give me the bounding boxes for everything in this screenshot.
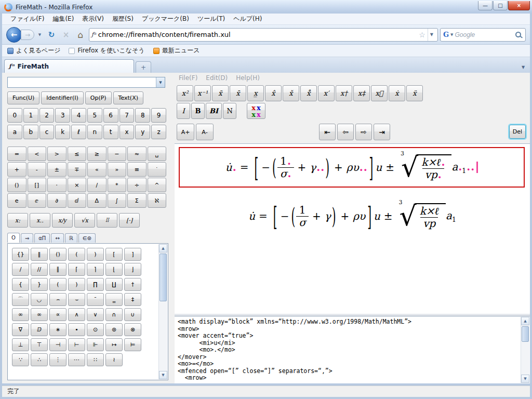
operator-button[interactable]: ÷ <box>127 178 147 192</box>
structure-button[interactable]: x‥ <box>30 213 50 228</box>
palette-symbol-button[interactable]: ( <box>68 248 85 261</box>
letter-button[interactable]: x <box>119 125 135 139</box>
palette-symbol-button[interactable]: ∗ <box>49 323 66 336</box>
palette-symbol-button[interactable]: ‡ <box>124 293 141 306</box>
palette-symbol-button[interactable]: / <box>12 263 29 276</box>
palette-symbol-button[interactable]: {} <box>12 248 29 261</box>
operator-button[interactable]: * <box>108 178 127 192</box>
accent-button[interactable]: x‡ <box>353 85 370 101</box>
operator-button[interactable]: − <box>108 147 127 161</box>
cursor-end-button[interactable]: ⇥ <box>374 124 390 140</box>
structure-button[interactable]: √x <box>74 213 95 228</box>
palette-symbol-button[interactable]: ( <box>49 278 66 291</box>
palette-symbol-button[interactable]: ⊛ <box>105 323 123 336</box>
url-input[interactable] <box>98 31 417 38</box>
url-bar[interactable]: ƒⁿ ☆ ▼ <box>89 28 438 42</box>
mathml-source-view[interactable]: <math display=“block” xmlns=“http://www.… <box>175 316 530 383</box>
operator-button[interactable]: + <box>7 162 26 177</box>
palette-symbol-button[interactable]: ∇ <box>12 323 29 336</box>
palette-symbol-button[interactable]: ∴ <box>31 353 48 366</box>
accent-button[interactable]: ẍ <box>406 85 423 101</box>
delete-button[interactable]: Del <box>509 125 526 139</box>
letter-button[interactable]: b <box>23 125 38 139</box>
italic-button[interactable]: I <box>177 103 190 119</box>
bookmark-item[interactable]: 最新ニュース <box>153 46 200 55</box>
palette-symbol-button[interactable]: † <box>124 278 141 291</box>
bold-button[interactable]: B <box>191 103 205 119</box>
operator-button[interactable]: ≤ <box>68 147 87 161</box>
palette-symbol-button[interactable]: ∐ <box>105 278 123 291</box>
operator-button[interactable]: () <box>7 178 26 192</box>
operator-button[interactable]: ≈ <box>127 147 147 161</box>
equation-editor[interactable]: u̇. = [ − ( 1. σ. + γ.. ) + ρυ.. ] u <box>179 147 525 188</box>
operator-button[interactable]: ⅆ <box>68 193 87 208</box>
bookmark-item[interactable]: よく見るページ <box>7 46 60 55</box>
palette-tab[interactable]: αΠ <box>34 233 50 243</box>
chevron-down-icon[interactable]: ▼ <box>156 77 165 87</box>
scroll-up-icon[interactable]: ▲ <box>159 244 167 252</box>
operator-button[interactable]: e <box>7 193 26 208</box>
operator-button[interactable]: ∂ <box>47 193 66 208</box>
structure-button[interactable]: x: <box>7 213 28 228</box>
digit-button[interactable]: 6 <box>103 108 118 123</box>
accent-button[interactable]: x̊ <box>300 85 317 101</box>
palette-symbol-button[interactable]: ∝ <box>49 308 66 321</box>
accent-button[interactable]: ẋ <box>389 85 405 101</box>
palette-symbol-button[interactable]: ⊢ <box>68 338 85 351</box>
operator-button[interactable]: / <box>87 178 107 192</box>
digit-button[interactable]: 0 <box>7 108 22 123</box>
list-all-tabs-icon[interactable]: ▼ <box>518 61 528 73</box>
digit-button[interactable]: 5 <box>87 108 102 123</box>
normal-button[interactable]: N <box>223 103 236 119</box>
palette-symbol-button[interactable]: ) <box>68 278 85 291</box>
operator-button[interactable]: ≡ <box>127 162 147 177</box>
search-icon[interactable] <box>515 32 521 37</box>
palette-symbol-button[interactable]: • <box>68 323 85 336</box>
editor-menu-item[interactable]: Edit(D) <box>206 74 228 82</box>
menu-item[interactable]: 履歴(S) <box>108 13 138 25</box>
palette-tab[interactable]: ⇒ <box>21 233 33 243</box>
palette-symbol-button[interactable]: ∵ <box>12 353 29 366</box>
palette-tab[interactable]: O <box>7 233 20 243</box>
menu-item[interactable]: ヘルプ(H) <box>229 13 266 25</box>
category-button[interactable]: Identifier(I) <box>41 91 83 104</box>
palette-symbol-button[interactable]: ∩ <box>105 308 123 321</box>
accent-button[interactable]: x̄ <box>230 85 246 101</box>
accent-button[interactable]: x̲ <box>247 85 264 101</box>
palette-symbol-button[interactable]: ] <box>124 248 141 261</box>
font-increase-button[interactable]: A+ <box>177 124 194 140</box>
palette-symbol-button[interactable]: ⊤ <box>31 338 48 351</box>
bold-italic-button[interactable]: BI <box>206 103 222 119</box>
operator-button[interactable]: » <box>108 162 127 177</box>
category-button[interactable]: Func(U) <box>7 91 39 104</box>
operator-button[interactable]: « <box>87 162 107 177</box>
operator-button[interactable]: ^ <box>148 178 167 192</box>
combobox-field[interactable] <box>8 77 156 87</box>
letter-button[interactable]: n <box>87 125 102 139</box>
menu-item[interactable]: ブックマーク(B) <box>138 13 193 25</box>
operator-button[interactable]: Δ <box>87 193 107 208</box>
digit-button[interactable]: 4 <box>71 108 86 123</box>
palette-symbol-button[interactable]: ⌊ <box>105 263 123 276</box>
bookmark-item[interactable]: Firefox を使いこなそう <box>69 46 144 55</box>
palette-symbol-button[interactable]: ‖ <box>31 248 48 261</box>
operator-button[interactable]: ∫ <box>108 193 127 208</box>
back-button[interactable]: ← <box>6 27 22 43</box>
menu-item[interactable]: 表示(V) <box>78 13 108 25</box>
letter-button[interactable]: y <box>135 125 150 139</box>
letter-button[interactable]: z <box>151 125 166 139</box>
palette-symbol-button[interactable]: [ <box>105 248 123 261</box>
palette-symbol-button[interactable]: ⅅ <box>31 323 48 336</box>
accent-button[interactable]: x̂ <box>265 85 282 101</box>
operator-button[interactable]: ± <box>47 162 66 177</box>
digit-button[interactable]: 9 <box>151 108 166 123</box>
history-dropdown-icon[interactable]: ▼ <box>36 30 43 40</box>
palette-symbol-button[interactable]: ∞ <box>31 308 48 321</box>
search-bar[interactable]: G ▼ <box>440 28 526 42</box>
bookmark-star-icon[interactable]: ☆ <box>419 31 425 39</box>
accent-button[interactable]: x̃ <box>212 85 229 101</box>
operator-button[interactable]: Σ <box>127 193 147 208</box>
operator-button[interactable]: ≥ <box>87 147 107 161</box>
maximize-button[interactable]: □ <box>493 1 508 10</box>
palette-symbol-button[interactable]: ⋯ <box>68 353 85 366</box>
